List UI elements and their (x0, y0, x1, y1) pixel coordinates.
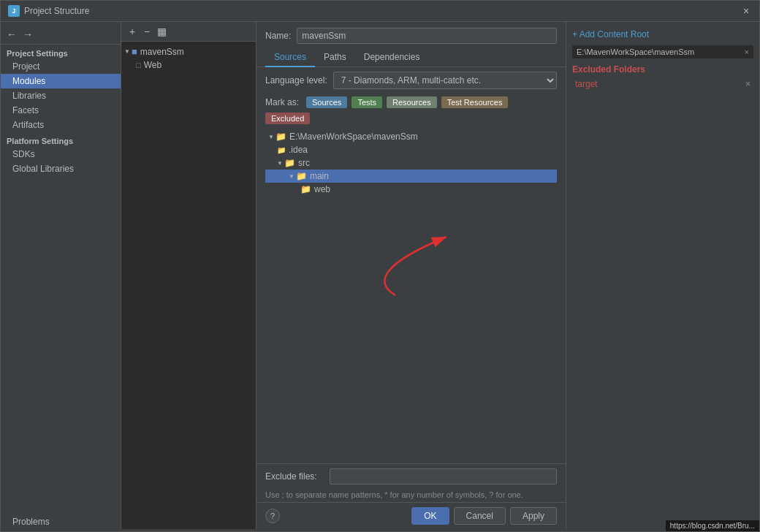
tree-main-item[interactable]: ▼ 📁 main (265, 170, 557, 183)
forward-button[interactable]: → (21, 28, 34, 41)
back-button[interactable]: ← (5, 28, 18, 41)
exclude-files-label: Exclude files: (265, 471, 324, 482)
sidebar-item-facets[interactable]: Facets (1, 103, 121, 118)
expand-arrow: ▼ (124, 48, 130, 55)
cancel-button[interactable]: Cancel (454, 507, 506, 525)
main-tree-area: ▼ 📁 E:\MavenWorkSpace\mavenSsm 📁 .idea ▼… (256, 127, 566, 463)
apply-button[interactable]: Apply (510, 507, 557, 525)
dialog-body: ← → Project Settings Project Modules Lib… (1, 22, 759, 529)
sidebar-item-libraries[interactable]: Libraries (1, 88, 121, 103)
tree-src-item[interactable]: ▼ 📁 src (265, 156, 557, 170)
tab-dependencies[interactable]: Dependencies (355, 48, 429, 67)
main-folder-icon: 📁 (296, 171, 307, 181)
name-label: Name: (265, 31, 291, 41)
main-content: Name: Sources Paths Dependencies Languag… (256, 22, 566, 529)
mark-as-label: Mark as: (265, 97, 299, 107)
right-panel: + Add Content Root E:\MavenWorkSpace\mav… (566, 22, 759, 529)
excluded-target-item: target × (572, 77, 753, 91)
content-root-path: E:\MavenWorkSpace\mavenSsm × (572, 45, 753, 58)
close-button[interactable]: × (740, 5, 752, 17)
sidebar-toolbar: ← → (1, 25, 121, 45)
web-folder-icon: 📁 (300, 184, 311, 194)
module-tree: ▼ ■ mavenSsm □ Web (121, 42, 256, 529)
ok-button[interactable]: OK (411, 507, 449, 525)
tree-root-item[interactable]: ▼ ■ mavenSsm (121, 45, 256, 58)
sidebar: ← → Project Settings Project Modules Lib… (1, 22, 121, 529)
tree-web-folder-item[interactable]: 📁 web (265, 183, 557, 196)
dialog-title: Project Structure (24, 6, 89, 16)
mark-sources-button[interactable]: Sources (306, 96, 347, 108)
exclude-files-input[interactable] (330, 468, 557, 484)
src-expand-arrow: ▼ (277, 160, 283, 167)
mark-resources-button[interactable]: Resources (387, 96, 437, 108)
main-expand-arrow: ▼ (289, 173, 294, 180)
tree-root-path[interactable]: ▼ 📁 E:\MavenWorkSpace\mavenSsm (265, 130, 557, 143)
root-expand-arrow: ▼ (268, 134, 274, 140)
excluded-folders-header: Excluded Folders (572, 64, 753, 75)
language-level-label: Language level: (265, 75, 327, 86)
help-button[interactable]: ? (265, 509, 280, 523)
add-module-button[interactable]: + (126, 25, 139, 38)
project-tree-panel: + − ▦ ▼ ■ mavenSsm □ Web (121, 22, 256, 529)
mark-tests-button[interactable]: Tests (352, 96, 382, 108)
sidebar-item-global-libraries[interactable]: Global Libraries (1, 162, 121, 176)
dialog-buttons: ? OK Cancel Apply (256, 502, 566, 529)
tab-sources[interactable]: Sources (265, 48, 315, 67)
watermark: https://blog.csdn.net/Bru... (666, 520, 759, 531)
tabs-bar: Sources Paths Dependencies (256, 48, 566, 67)
mark-as-row: Mark as: Sources Tests Resources Test Re… (256, 94, 566, 127)
tab-paths[interactable]: Paths (315, 48, 355, 67)
title-bar-left: J Project Structure (8, 5, 89, 17)
title-bar: J Project Structure × (1, 1, 759, 22)
mark-test-resources-button[interactable]: Test Resources (441, 96, 509, 108)
app-icon: J (8, 5, 20, 17)
remove-excluded-button[interactable]: × (745, 79, 750, 89)
name-input[interactable] (297, 28, 557, 44)
tree-toolbar: + − ▦ (121, 22, 256, 42)
language-level-row: Language level: 7 - Diamonds, ARM, multi… (256, 67, 566, 94)
remove-module-button[interactable]: − (140, 25, 153, 38)
add-content-root-button[interactable]: + Add Content Root (572, 28, 753, 41)
tree-web-item[interactable]: □ Web (121, 58, 256, 72)
sidebar-item-modules[interactable]: Modules (1, 74, 121, 88)
language-level-select[interactable]: 7 - Diamonds, ARM, multi-catch etc. (333, 72, 557, 89)
copy-button[interactable]: ▦ (155, 25, 168, 38)
web-icon: □ (136, 61, 141, 69)
idea-folder-icon: 📁 (277, 146, 286, 154)
sidebar-item-problems[interactable]: Problems (1, 514, 121, 529)
tree-idea-item[interactable]: 📁 .idea (265, 143, 557, 156)
root-folder-icon: 📁 (276, 132, 286, 142)
project-settings-label: Project Settings (1, 45, 121, 59)
name-row: Name: (256, 22, 566, 48)
remove-content-root-button[interactable]: × (745, 48, 749, 56)
module-icon: ■ (132, 46, 137, 57)
platform-settings-label: Platform Settings (1, 132, 121, 147)
mark-excluded-button[interactable]: Excluded (265, 113, 310, 124)
exclude-files-row: Exclude files: (256, 463, 566, 489)
project-structure-dialog: J Project Structure × ← → Project Settin… (0, 0, 760, 532)
sidebar-item-sdks[interactable]: SDKs (1, 147, 121, 162)
exclude-hint: Use ; to separate name patterns, * for a… (256, 489, 566, 502)
src-folder-icon: 📁 (284, 158, 295, 168)
sidebar-item-artifacts[interactable]: Artifacts (1, 118, 121, 132)
sidebar-item-project[interactable]: Project (1, 59, 121, 74)
